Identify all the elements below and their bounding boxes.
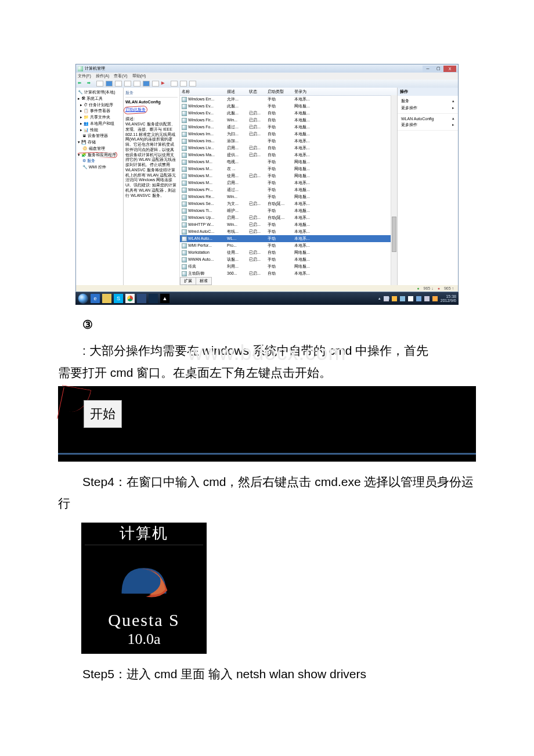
tree-event-viewer[interactable]: ▸ 📋 事件查看器: [78, 108, 121, 114]
toolbar-icon[interactable]: [106, 81, 113, 87]
tray-icon[interactable]: [408, 296, 413, 301]
table-row[interactable]: Windows Fo...通过...已启...手动本地服...: [180, 124, 397, 131]
taskbar-explorer-icon[interactable]: [102, 294, 111, 303]
table-row[interactable]: Windows Ev...此服...已启...自动本地服...: [180, 110, 397, 117]
chevron-right-icon: ▸: [452, 123, 454, 127]
table-row[interactable]: WLAN Auto...WL...手动本地系...: [180, 235, 397, 242]
taskbar-cmd-icon[interactable]: ▲: [160, 294, 169, 303]
tray-expand-icon[interactable]: ▴: [378, 296, 381, 301]
actions-item[interactable]: WLAN AutoConfig: [401, 117, 434, 121]
table-row[interactable]: WinHTTP W...Win...已启...手动本地服...: [180, 221, 397, 228]
table-row[interactable]: Windows Ins...添加...手动本地系...: [180, 138, 397, 145]
tree-wmi[interactable]: 🔧 WMI 控件: [78, 164, 121, 171]
toolbar-icon[interactable]: [115, 81, 122, 87]
back-button[interactable]: ⬅: [78, 81, 85, 87]
tree-performance[interactable]: ▸ 📊 性能: [78, 127, 121, 134]
tree-disk-management[interactable]: 📀 磁盘管理: [78, 146, 121, 152]
table-header: 名称 描述 状态 启动类型 登录为: [180, 88, 397, 96]
table-row[interactable]: 主动防御360...已启...自动本地系...: [180, 270, 397, 277]
table-row[interactable]: Windows Se...为文...已启...自动(延...本地系...: [180, 200, 397, 207]
table-row[interactable]: Windows Ma...提供...已启...自动本地系...: [180, 152, 397, 159]
col-status[interactable]: 状态: [247, 88, 266, 95]
menu-file[interactable]: 文件(F): [78, 73, 91, 79]
tray-icon[interactable]: [392, 296, 397, 301]
table-row[interactable]: 传真利用...手动网络服...: [180, 263, 397, 270]
toolbar-icon[interactable]: [152, 81, 159, 87]
tray-network-icon[interactable]: [416, 296, 421, 301]
tab-extended[interactable]: 扩展: [180, 277, 196, 285]
tray-flag-icon[interactable]: [432, 296, 438, 301]
tree-root[interactable]: 🔧 计算机管理(本地): [78, 89, 121, 96]
table-row[interactable]: Windows Liv...启用...已启...自动本地系...: [180, 145, 397, 152]
window-minimize-button[interactable]: ─: [423, 66, 433, 72]
table-row[interactable]: Windows Im...为扫...已启...自动本地服...: [180, 131, 397, 138]
col-startup[interactable]: 启动类型: [266, 88, 293, 95]
left-tree[interactable]: 🔧 计算机管理(本地) ▸ 🛠 系统工具 ▸ ⏱ 任务计划程序 ▸ 📋 事件查看…: [76, 88, 124, 285]
taskbar-skype-icon[interactable]: S: [114, 294, 123, 303]
taskbar-ie-icon[interactable]: e: [91, 294, 100, 303]
tree-shared-folders[interactable]: ▸ 📁 共享文件夹: [78, 114, 121, 121]
start-orb[interactable]: [78, 293, 88, 304]
actions-more[interactable]: 更多操作: [401, 105, 417, 111]
table-row[interactable]: Windows M...电视...手动网络服...: [180, 159, 397, 165]
chevron-right-icon: ▸: [452, 106, 454, 110]
window-maximize-button[interactable]: ▢: [433, 66, 443, 72]
up-icon[interactable]: [96, 81, 103, 87]
toolbar-pause-icon[interactable]: [180, 81, 187, 87]
table-row[interactable]: Windows Fir...Win...已启...自动本地服...: [180, 117, 397, 124]
menu-help[interactable]: 帮助(H): [132, 73, 146, 79]
collapse-icon[interactable]: ▴: [452, 99, 454, 103]
toolbar-icon[interactable]: [124, 81, 131, 87]
taskbar-chrome-icon[interactable]: [125, 294, 135, 303]
table-row[interactable]: Windows Ti...维护...手动本地服...: [180, 207, 397, 214]
tree-storage[interactable]: ▾ 💾 存储: [78, 139, 121, 146]
col-name[interactable]: 名称: [180, 88, 225, 95]
table-row[interactable]: Windows M...使用...已启...手动网络服...: [180, 172, 397, 179]
tree-task-scheduler[interactable]: ▸ ⏱ 任务计划程序: [78, 102, 121, 109]
table-row[interactable]: Windows Re...Win...手动网络服...: [180, 193, 397, 200]
forward-button[interactable]: ➡: [87, 81, 94, 87]
start-service-link[interactable]: 启动此服务: [125, 107, 146, 113]
table-row[interactable]: Windows Err...允许...手动本地系...: [180, 96, 397, 103]
toolbar-icon[interactable]: [134, 81, 140, 87]
services-table[interactable]: 名称 描述 状态 启动类型 登录为 Windows Err...允许...手动本…: [180, 88, 397, 285]
tray-icon[interactable]: ⌨: [384, 296, 389, 301]
table-row[interactable]: WWAN Auto...该服...已启...手动本地服...: [180, 256, 397, 263]
toolbar-restart-icon[interactable]: [189, 81, 196, 87]
toolbar-icon[interactable]: [143, 81, 150, 87]
tree-device-manager[interactable]: 🖥 设备管理器: [78, 133, 121, 139]
taskbar-clock[interactable]: 15:38 2012/9/6: [441, 294, 456, 303]
table-row[interactable]: Windows Ev...此服...手动网络服...: [180, 103, 397, 110]
tree-local-users[interactable]: ▸ 👥 本地用户和组: [78, 121, 121, 127]
tree-services[interactable]: ⚙ 服务: [78, 158, 121, 164]
table-row[interactable]: Windows M...启用...手动本地系...: [180, 179, 397, 186]
toolbar-play-icon[interactable]: ▶: [161, 81, 168, 87]
table-scrollbar[interactable]: [391, 95, 397, 285]
table-row[interactable]: Workstation使用...已启...自动网络服...: [180, 249, 397, 256]
tree-services-apps[interactable]: ▾ 🧩 服务和应用程序: [78, 152, 121, 159]
tab-standard[interactable]: 标准: [196, 277, 212, 285]
col-logon[interactable]: 登录为: [293, 88, 319, 95]
menu-bar: 文件(F) 操作(A) 查看(V) 帮助(H): [76, 73, 458, 80]
col-desc[interactable]: 描述: [225, 88, 247, 95]
taskbar-app2-icon[interactable]: [149, 294, 158, 303]
tray-icon[interactable]: [400, 296, 405, 301]
start-button-label: 开始: [84, 400, 122, 428]
toolbar-stop-icon[interactable]: [171, 81, 178, 87]
tree-system-tools[interactable]: ▸ 🛠 系统工具: [78, 96, 121, 102]
tray-volume-icon[interactable]: [424, 296, 430, 301]
actions-services[interactable]: 服务: [401, 98, 409, 104]
service-name: WLAN AutoConfig: [125, 100, 178, 105]
window-close-button[interactable]: X: [443, 66, 456, 72]
table-row[interactable]: Windows Pr...通过...手动本地服...: [180, 186, 397, 193]
table-row[interactable]: Windows M...在 ...手动网络服...: [180, 165, 397, 172]
table-row[interactable]: WMI Perfor...Pro...手动本地系...: [180, 242, 397, 249]
menu-action[interactable]: 操作(A): [96, 73, 109, 79]
table-row[interactable]: Windows Up...启用...已启...自动(延...本地系...: [180, 214, 397, 221]
actions-more-2[interactable]: 更多操作: [401, 122, 417, 128]
taskbar-app-icon[interactable]: [137, 294, 146, 303]
menu-view[interactable]: 查看(V): [114, 73, 127, 79]
step5-paragraph: Step5：进入 cmd 里面 输入 netsh wlan show drive…: [58, 663, 476, 685]
table-row[interactable]: Wired AutoC...有线...已启...手动本地系...: [180, 228, 397, 235]
collapse-icon[interactable]: ▴: [452, 116, 454, 121]
